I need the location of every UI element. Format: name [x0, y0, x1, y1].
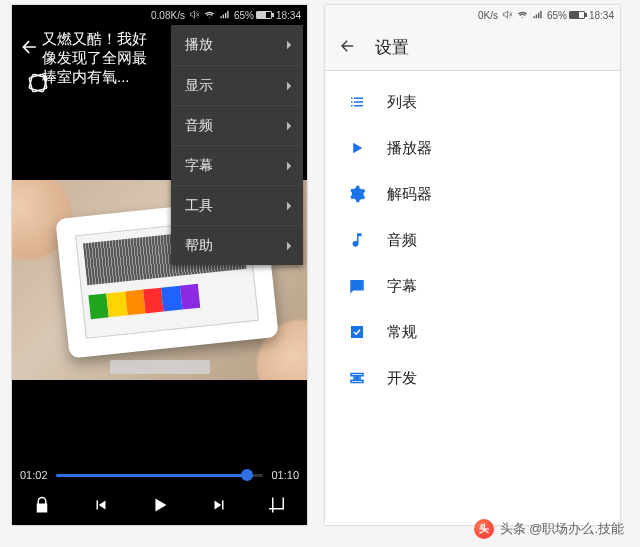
settings-list: 列表 播放器 解码器 音频 字幕 常规 开发 [325, 71, 620, 409]
signal-icon [219, 9, 230, 22]
play-icon [347, 138, 367, 158]
overflow-menu: 播放 显示 音频 字幕 工具 帮助 [171, 25, 303, 265]
settings-appbar: 设置 [325, 25, 620, 71]
mute-icon [502, 9, 513, 22]
chevron-right-icon [286, 118, 293, 134]
wifi-icon [204, 9, 215, 22]
settings-item-dev[interactable]: 开发 [325, 355, 620, 401]
seek-fill [56, 474, 247, 477]
watermark [110, 360, 210, 374]
battery-indicator: 65% [234, 10, 272, 21]
back-button[interactable] [18, 35, 42, 59]
status-bar-left: 0.08K/s 65% 18:34 [12, 5, 307, 25]
toutiao-logo-icon: 头 [474, 519, 494, 539]
chevron-right-icon [286, 238, 293, 254]
play-button[interactable] [144, 489, 176, 521]
wifi-icon [517, 9, 528, 22]
chevron-right-icon [286, 78, 293, 94]
settings-title: 设置 [375, 36, 409, 59]
next-button[interactable] [203, 489, 235, 521]
chevron-right-icon [286, 198, 293, 214]
lock-button[interactable] [26, 489, 58, 521]
settings-item-list[interactable]: 列表 [325, 79, 620, 125]
menu-item-help[interactable]: 帮助 [171, 225, 303, 265]
rotate-button[interactable] [24, 69, 52, 97]
battery-icon [256, 11, 272, 19]
network-speed: 0K/s [478, 10, 498, 21]
settings-item-audio[interactable]: 音频 [325, 217, 620, 263]
settings-item-subtitle[interactable]: 字幕 [325, 263, 620, 309]
menu-item-audio[interactable]: 音频 [171, 105, 303, 145]
status-bar-right: 0K/s 65% 18:34 [325, 5, 620, 25]
elapsed-time: 01:02 [20, 469, 48, 481]
phone-settings: 0K/s 65% 18:34 设置 列表 播放器 解码器 音频 [325, 5, 620, 525]
phone-player: 0.08K/s 65% 18:34 又燃又酷！我好像发现了全网最棒室内有氧...… [12, 5, 307, 525]
signal-icon [532, 9, 543, 22]
menu-item-subtitle[interactable]: 字幕 [171, 145, 303, 185]
settings-item-player[interactable]: 播放器 [325, 125, 620, 171]
gear-icon [347, 184, 367, 204]
mute-icon [189, 9, 200, 22]
network-speed: 0.08K/s [151, 10, 185, 21]
clock: 18:34 [589, 10, 614, 21]
chevron-right-icon [286, 37, 293, 53]
list-icon [347, 92, 367, 112]
back-button[interactable] [339, 37, 357, 59]
battery-indicator: 65% [547, 10, 585, 21]
prev-button[interactable] [85, 489, 117, 521]
color-palette [88, 284, 200, 319]
clock: 18:34 [276, 10, 301, 21]
chevron-right-icon [286, 158, 293, 174]
music-icon [347, 230, 367, 250]
video-title: 又燃又酷！我好像发现了全网最棒室内有氧... [42, 29, 157, 86]
svg-rect-1 [29, 74, 47, 92]
seek-thumb[interactable] [241, 469, 253, 481]
menu-item-tools[interactable]: 工具 [171, 185, 303, 225]
crop-button[interactable] [262, 489, 294, 521]
settings-item-decoder[interactable]: 解码器 [325, 171, 620, 217]
total-time: 01:10 [271, 469, 299, 481]
menu-item-play[interactable]: 播放 [171, 25, 303, 65]
dev-icon [347, 368, 367, 388]
player-controls [12, 485, 307, 525]
settings-item-general[interactable]: 常规 [325, 309, 620, 355]
source-credit: 头 头条 @职场办么.技能 [474, 519, 624, 539]
subtitle-icon [347, 276, 367, 296]
battery-icon [569, 11, 585, 19]
seek-track[interactable] [56, 474, 264, 477]
svg-point-2 [355, 376, 360, 381]
check-icon [347, 322, 367, 342]
menu-item-display[interactable]: 显示 [171, 65, 303, 105]
progress-bar-row: 01:02 01:10 [12, 469, 307, 481]
credit-text: 头条 @职场办么.技能 [500, 520, 624, 538]
